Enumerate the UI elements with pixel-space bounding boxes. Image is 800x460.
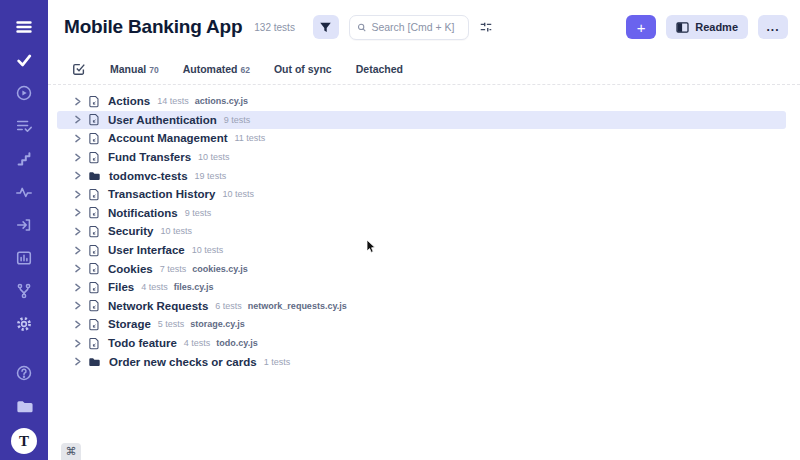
sidebar-item-tests[interactable]	[11, 47, 37, 73]
chevron-right-icon	[73, 170, 82, 181]
tab-out-of-sync[interactable]: Out of sync	[274, 63, 332, 75]
chevron-right-icon	[73, 338, 82, 349]
suite-row[interactable]: Files4 testsfiles.cy.js	[57, 278, 786, 297]
suite-row[interactable]: Cookies7 testscookies.cy.js	[57, 259, 786, 278]
file-icon	[88, 318, 100, 331]
sidebar-item-projects[interactable]	[11, 393, 37, 419]
suite-name: Order new checks or cards	[109, 356, 257, 368]
suite-name: Storage	[108, 318, 151, 330]
suite-test-count: 4 tests	[184, 338, 211, 348]
select-all-icon	[72, 62, 86, 76]
sidebar-item-branches[interactable]	[11, 278, 37, 304]
command-shortcut-badge[interactable]: ⌘	[61, 443, 81, 460]
sidebar-item-menu[interactable]	[11, 14, 37, 40]
expand-toggle[interactable]	[73, 245, 82, 256]
suite-name: Cookies	[108, 263, 153, 275]
suite-row[interactable]: Order new checks or cards1 tests	[57, 352, 786, 371]
suite-test-count: 9 tests	[224, 115, 251, 125]
suite-name: Network Requests	[108, 300, 208, 312]
folder-icon	[88, 356, 101, 368]
sidebar-item-reports[interactable]	[11, 245, 37, 271]
suite-file-icon	[88, 225, 100, 238]
expand-toggle[interactable]	[73, 319, 82, 330]
expand-toggle[interactable]	[73, 96, 82, 107]
suite-row[interactable]: Storage5 testsstorage.cy.js	[57, 315, 786, 334]
suite-name: Todo feature	[108, 337, 177, 349]
suite-row[interactable]: Notifications9 tests	[57, 204, 786, 223]
expand-toggle[interactable]	[73, 170, 82, 181]
search-box[interactable]	[349, 15, 469, 40]
suite-test-count: 6 tests	[215, 301, 242, 311]
expand-toggle[interactable]	[73, 338, 82, 349]
expand-toggle[interactable]	[73, 114, 82, 125]
sidebar-item-analytics[interactable]	[11, 179, 37, 205]
suite-file-icon	[88, 95, 100, 108]
expand-toggle[interactable]	[73, 356, 82, 367]
app-logo[interactable]: T	[11, 428, 37, 454]
search-icon	[357, 22, 366, 33]
suite-folder-icon	[88, 170, 101, 182]
suite-row[interactable]: Fund Transfers10 tests	[57, 148, 786, 167]
filter-button[interactable]	[313, 15, 339, 39]
file-icon	[88, 262, 100, 275]
suite-row[interactable]: Network Requests6 testsnetwork_requests.…	[57, 297, 786, 316]
sidebar-item-settings[interactable]	[11, 311, 37, 337]
expand-toggle[interactable]	[73, 226, 82, 237]
chevron-right-icon	[73, 96, 82, 107]
suite-row[interactable]: todomvc-tests19 tests	[57, 166, 786, 185]
suite-row[interactable]: Security10 tests	[57, 222, 786, 241]
expand-toggle[interactable]	[73, 300, 82, 311]
add-button[interactable]: +	[626, 15, 656, 39]
chevron-right-icon	[73, 282, 82, 293]
expand-toggle[interactable]	[73, 189, 82, 200]
sidebar-item-import[interactable]	[11, 212, 37, 238]
file-icon	[88, 225, 100, 238]
page-title: Mobile Banking App	[64, 16, 242, 38]
expand-toggle[interactable]	[73, 207, 82, 218]
select-all-button[interactable]	[72, 62, 86, 76]
file-icon	[88, 132, 100, 145]
suite-row[interactable]: Actions14 testsactions.cy.js	[57, 92, 786, 111]
folder-icon	[88, 170, 101, 182]
sidebar-item-milestones[interactable]	[11, 146, 37, 172]
file-icon	[88, 95, 100, 108]
suite-row[interactable]: Transaction History10 tests	[57, 185, 786, 204]
chevron-right-icon	[73, 152, 82, 163]
tab-manual[interactable]: Manual70	[110, 63, 159, 75]
sidebar-item-runs[interactable]	[11, 80, 37, 106]
suite-row[interactable]: Account Management11 tests	[57, 129, 786, 148]
suite-filename: network_requests.cy.js	[248, 301, 347, 311]
suite-list: Actions14 testsactions.cy.jsUser Authent…	[48, 85, 800, 371]
suite-test-count: 4 tests	[141, 282, 168, 292]
suite-name: Account Management	[108, 132, 228, 144]
list-check-icon	[15, 117, 33, 135]
suite-file-icon	[88, 244, 100, 257]
file-icon	[88, 337, 100, 350]
chevron-right-icon	[73, 226, 82, 237]
file-icon	[88, 113, 100, 126]
suite-test-count: 10 tests	[198, 152, 230, 162]
suite-row[interactable]: Todo feature4 teststodo.cy.js	[57, 334, 786, 353]
search-input[interactable]	[371, 21, 461, 33]
suite-row[interactable]: User Authentication9 tests	[57, 111, 786, 130]
sidebar-item-plans[interactable]	[11, 113, 37, 139]
expand-toggle[interactable]	[73, 263, 82, 274]
suite-row[interactable]: User Interface10 tests	[57, 241, 786, 260]
tab-detached[interactable]: Detached	[356, 63, 403, 75]
expand-toggle[interactable]	[73, 152, 82, 163]
expand-toggle[interactable]	[73, 282, 82, 293]
suite-test-count: 11 tests	[235, 133, 266, 143]
suite-test-count: 10 tests	[222, 189, 254, 199]
sidebar-item-help[interactable]	[11, 360, 37, 386]
file-icon	[88, 188, 100, 201]
suite-folder-icon	[88, 356, 101, 368]
suite-name: User Interface	[108, 244, 185, 256]
readme-button[interactable]: Readme	[666, 15, 748, 39]
tab-automated[interactable]: Automated62	[183, 63, 250, 75]
steps-icon	[15, 150, 33, 168]
more-button[interactable]: ...	[758, 15, 788, 39]
adjustments-icon[interactable]	[479, 20, 493, 34]
suite-file-icon	[88, 281, 100, 294]
expand-toggle[interactable]	[73, 133, 82, 144]
suite-file-icon	[88, 262, 100, 275]
